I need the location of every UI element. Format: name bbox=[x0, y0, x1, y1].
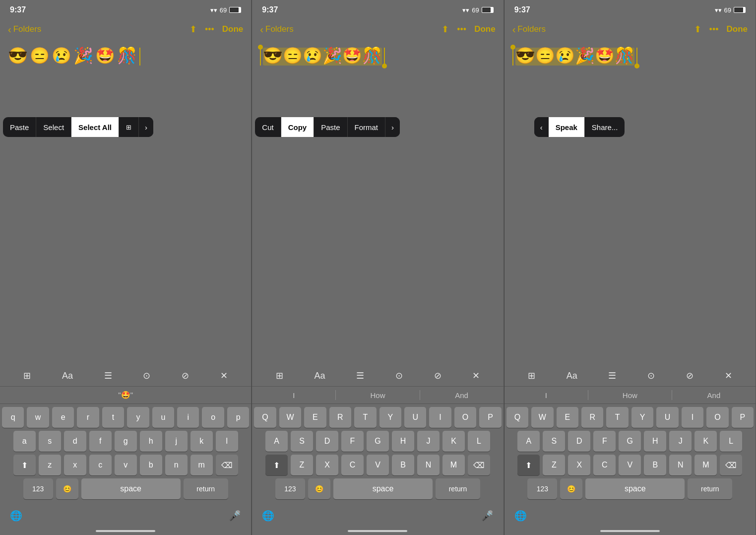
more-icon-2[interactable]: ••• bbox=[457, 24, 466, 35]
key-k[interactable]: k bbox=[190, 431, 213, 452]
key-G[interactable]: G bbox=[367, 431, 389, 452]
key-backspace-2[interactable]: ⌫ bbox=[468, 455, 490, 475]
pred-emoji-1[interactable]: "🤩" bbox=[0, 391, 251, 400]
camera-icon-3[interactable]: ⊙ bbox=[647, 370, 655, 381]
mic-icon-2[interactable]: 🎤 bbox=[481, 510, 494, 522]
share-button-3[interactable]: Share... bbox=[585, 117, 625, 137]
key-D[interactable]: D bbox=[316, 431, 338, 452]
key-q[interactable]: q bbox=[2, 407, 24, 428]
key-S-3[interactable]: S bbox=[543, 431, 565, 452]
key-X-3[interactable]: X bbox=[568, 455, 590, 475]
key-u[interactable]: u bbox=[152, 407, 174, 428]
key-return-3[interactable]: return bbox=[688, 478, 732, 499]
key-P[interactable]: P bbox=[479, 407, 501, 428]
key-Q-3[interactable]: Q bbox=[506, 407, 528, 428]
select-all-button-1[interactable]: Select All bbox=[71, 117, 119, 137]
close-icon-1[interactable]: ✕ bbox=[220, 370, 228, 381]
key-B[interactable]: B bbox=[392, 455, 414, 475]
key-v[interactable]: v bbox=[115, 455, 137, 475]
key-J-3[interactable]: J bbox=[669, 431, 692, 452]
key-W-3[interactable]: W bbox=[531, 407, 553, 428]
draw-icon-1[interactable]: ⊘ bbox=[182, 370, 189, 381]
key-shift-2[interactable]: ⬆ bbox=[265, 455, 288, 475]
font-icon-2[interactable]: Aa bbox=[314, 371, 325, 381]
key-R[interactable]: R bbox=[329, 407, 351, 428]
font-icon-1[interactable]: Aa bbox=[62, 371, 73, 381]
share-icon-1[interactable]: ⬆ bbox=[189, 24, 197, 35]
arrow-right-1[interactable]: › bbox=[139, 117, 153, 137]
key-F[interactable]: F bbox=[341, 431, 364, 452]
camera-icon-1[interactable]: ⊙ bbox=[143, 370, 150, 381]
key-I[interactable]: I bbox=[429, 407, 451, 428]
pred-i-3[interactable]: I bbox=[504, 391, 588, 400]
key-E-3[interactable]: E bbox=[557, 407, 578, 428]
key-return-2[interactable]: return bbox=[436, 478, 480, 499]
key-U-3[interactable]: U bbox=[656, 407, 678, 428]
globe-icon-3[interactable]: 🌐 bbox=[514, 510, 527, 522]
done-button-1[interactable]: Done bbox=[222, 24, 244, 34]
table-icon-2[interactable]: ⊞ bbox=[276, 370, 283, 381]
key-N-3[interactable]: N bbox=[669, 455, 692, 475]
share-icon-2[interactable]: ⬆ bbox=[441, 24, 449, 35]
key-num[interactable]: 123 bbox=[23, 478, 53, 499]
done-button-2[interactable]: Done bbox=[474, 24, 496, 34]
back-chevron-2[interactable]: ‹ bbox=[260, 24, 263, 35]
key-B-3[interactable]: B bbox=[644, 455, 666, 475]
key-C[interactable]: C bbox=[341, 455, 364, 475]
key-backspace[interactable]: ⌫ bbox=[216, 455, 238, 475]
arrow-right-2[interactable]: › bbox=[385, 117, 400, 137]
pred-how-3[interactable]: How bbox=[588, 391, 672, 400]
key-j[interactable]: j bbox=[165, 431, 188, 452]
key-h[interactable]: h bbox=[140, 431, 162, 452]
pred-how-2[interactable]: How bbox=[336, 391, 419, 400]
list-icon-2[interactable]: ☰ bbox=[356, 370, 364, 381]
list-icon-3[interactable]: ☰ bbox=[608, 370, 616, 381]
key-emoji-3[interactable]: 😊 bbox=[560, 478, 582, 499]
select-button-1[interactable]: Select bbox=[36, 117, 71, 137]
key-w[interactable]: w bbox=[27, 407, 49, 428]
key-a[interactable]: a bbox=[13, 431, 36, 452]
key-V-3[interactable]: V bbox=[619, 455, 641, 475]
key-H-3[interactable]: H bbox=[644, 431, 666, 452]
format-button-2[interactable]: Format bbox=[348, 117, 386, 137]
key-O-3[interactable]: O bbox=[706, 407, 728, 428]
key-c[interactable]: c bbox=[89, 455, 112, 475]
key-H[interactable]: H bbox=[392, 431, 414, 452]
key-num-2[interactable]: 123 bbox=[275, 478, 305, 499]
key-shift-3[interactable]: ⬆ bbox=[517, 455, 540, 475]
key-p[interactable]: p bbox=[227, 407, 249, 428]
mic-icon-1[interactable]: 🎤 bbox=[229, 510, 241, 522]
key-l[interactable]: l bbox=[216, 431, 238, 452]
pred-and-3[interactable]: And bbox=[672, 391, 756, 400]
key-emoji[interactable]: 😊 bbox=[56, 478, 78, 499]
globe-icon-2[interactable]: 🌐 bbox=[262, 510, 274, 522]
folders-link-3[interactable]: Folders bbox=[517, 24, 546, 34]
key-i[interactable]: i bbox=[177, 407, 199, 428]
key-I-3[interactable]: I bbox=[682, 407, 703, 428]
key-M-3[interactable]: M bbox=[694, 455, 717, 475]
key-Y[interactable]: Y bbox=[379, 407, 401, 428]
key-s[interactable]: s bbox=[39, 431, 61, 452]
key-M[interactable]: M bbox=[442, 455, 465, 475]
key-r[interactable]: r bbox=[77, 407, 99, 428]
pred-i-2[interactable]: I bbox=[252, 391, 335, 400]
key-E[interactable]: E bbox=[304, 407, 326, 428]
key-L-3[interactable]: L bbox=[720, 431, 742, 452]
cut-button-2[interactable]: Cut bbox=[255, 117, 281, 137]
speak-button-3[interactable]: Speak bbox=[549, 117, 585, 137]
nav-left-3[interactable]: ‹ Folders bbox=[512, 24, 546, 35]
paste-button-2[interactable]: Paste bbox=[314, 117, 347, 137]
key-z[interactable]: z bbox=[39, 455, 61, 475]
list-icon-1[interactable]: ☰ bbox=[104, 370, 112, 381]
key-O[interactable]: O bbox=[454, 407, 476, 428]
pred-and-2[interactable]: And bbox=[420, 391, 504, 400]
close-icon-2[interactable]: ✕ bbox=[472, 370, 480, 381]
key-T[interactable]: T bbox=[354, 407, 376, 428]
folders-link-1[interactable]: Folders bbox=[13, 24, 42, 34]
key-n[interactable]: n bbox=[165, 455, 188, 475]
nav-left-2[interactable]: ‹ Folders bbox=[260, 24, 293, 35]
key-x[interactable]: x bbox=[64, 455, 86, 475]
key-A[interactable]: A bbox=[265, 431, 288, 452]
key-g[interactable]: g bbox=[115, 431, 137, 452]
key-space-3[interactable]: space bbox=[585, 478, 685, 499]
